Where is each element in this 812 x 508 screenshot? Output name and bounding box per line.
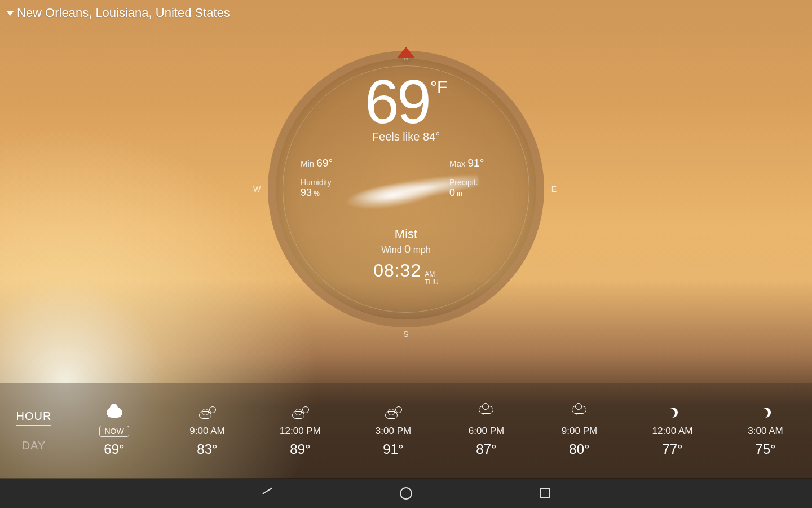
partly-cloudy-icon bbox=[292, 406, 309, 419]
partly-cloudy-icon bbox=[385, 406, 402, 419]
forecast-temp: 83° bbox=[197, 441, 217, 457]
partly-cloudy-icon bbox=[199, 406, 216, 419]
max-value: 91° bbox=[468, 157, 484, 169]
forecast-hour[interactable]: ʼ ʼ ʼ9:00 PM80° bbox=[533, 383, 626, 478]
nav-recent-button[interactable] bbox=[537, 486, 552, 501]
max-label: Max bbox=[449, 159, 465, 168]
recent-icon bbox=[540, 488, 550, 498]
precip-label: Precipit. bbox=[449, 178, 478, 187]
chevron-down-icon bbox=[7, 11, 14, 16]
android-navbar bbox=[0, 479, 812, 508]
condition-name: Mist bbox=[373, 227, 439, 242]
tab-day[interactable]: DAY bbox=[22, 439, 46, 452]
temp-unit: °F bbox=[430, 78, 447, 95]
nav-back-button[interactable] bbox=[260, 486, 275, 501]
forecast-hour[interactable]: 12:00 PM89° bbox=[254, 383, 347, 478]
forecast-hour[interactable]: NOW69° bbox=[68, 383, 161, 478]
forecast-hour[interactable]: 9:00 AM83° bbox=[161, 383, 254, 478]
hourly-forecast[interactable]: NOW69°9:00 AM83°12:00 PM89°3:00 PM91°ʼ ʼ… bbox=[68, 383, 812, 478]
precip-value: 0 bbox=[449, 187, 455, 198]
back-icon bbox=[262, 487, 272, 500]
forecast-time: 3:00 PM bbox=[376, 426, 411, 437]
forecast-hour[interactable]: ʼ ʼ ʼ6:00 PM87° bbox=[440, 383, 533, 478]
nav-home-button[interactable] bbox=[399, 486, 413, 501]
cloud-icon bbox=[107, 408, 122, 418]
rain-icon: ʼ ʼ ʼ bbox=[572, 406, 588, 419]
moon-icon bbox=[668, 408, 678, 418]
moon-icon bbox=[761, 408, 771, 418]
feels-like: Feels like 84° bbox=[372, 130, 440, 143]
humidity-label: Humidity bbox=[301, 178, 331, 187]
rain-icon: ʼ ʼ ʼ bbox=[479, 406, 495, 419]
location-name: New Orleans, Louisiana, United States bbox=[17, 6, 230, 20]
time-dow: THU bbox=[425, 278, 439, 286]
time-value: 08:32 bbox=[373, 260, 421, 281]
current-temp: 69 bbox=[365, 71, 429, 133]
forecast-time: 6:00 PM bbox=[469, 426, 504, 437]
forecast-temp: 87° bbox=[476, 441, 496, 457]
forecast-time: NOW bbox=[99, 426, 129, 437]
wind-value: 0 bbox=[404, 243, 411, 255]
forecast-temp: 80° bbox=[569, 441, 589, 457]
divider bbox=[449, 174, 511, 174]
tab-hour[interactable]: HOUR bbox=[16, 410, 52, 426]
forecast-temp: 91° bbox=[383, 441, 403, 457]
humidity-unit: % bbox=[312, 190, 320, 198]
compass-north-marker bbox=[397, 47, 415, 58]
forecast-temp: 89° bbox=[290, 441, 310, 457]
forecast-time: 9:00 PM bbox=[562, 426, 597, 437]
compass-s: S bbox=[403, 330, 408, 339]
wind-label: Wind bbox=[381, 245, 404, 255]
time-readout: 08:32 AMTHU bbox=[373, 260, 439, 287]
forecast-time: 12:00 AM bbox=[652, 426, 693, 437]
view-tabs: HOUR DAY bbox=[0, 383, 68, 478]
forecast-hour[interactable]: 12:00 AM77° bbox=[626, 383, 719, 478]
forecast-time: 9:00 AM bbox=[189, 426, 224, 437]
divider bbox=[301, 174, 363, 174]
forecast-hour[interactable]: 3:00 AM75° bbox=[719, 383, 812, 478]
compass-e: E bbox=[551, 185, 557, 194]
compass-w: W bbox=[253, 185, 261, 194]
min-value: 69° bbox=[316, 157, 333, 169]
home-icon bbox=[400, 487, 412, 500]
forecast-time: 12:00 PM bbox=[280, 426, 321, 437]
humidity-value: 93 bbox=[301, 187, 312, 198]
forecast-time: 3:00 AM bbox=[748, 426, 783, 437]
weather-dial: N S E W 69 °F Feels like 84° Min 69° Hum… bbox=[268, 51, 544, 327]
min-label: Min bbox=[301, 159, 314, 168]
forecast-strip: HOUR DAY NOW69°9:00 AM83°12:00 PM89°3:00… bbox=[0, 383, 812, 479]
forecast-temp: 75° bbox=[755, 441, 775, 457]
forecast-temp: 77° bbox=[662, 441, 682, 457]
wind-unit: mph bbox=[411, 245, 431, 255]
forecast-temp: 69° bbox=[104, 441, 124, 457]
location-selector[interactable]: New Orleans, Louisiana, United States bbox=[7, 6, 230, 20]
wind-readout: Wind 0 mph bbox=[373, 243, 439, 256]
forecast-hour[interactable]: 3:00 PM91° bbox=[347, 383, 440, 478]
time-ampm: AM bbox=[425, 270, 435, 278]
precip-unit: in bbox=[455, 190, 462, 198]
